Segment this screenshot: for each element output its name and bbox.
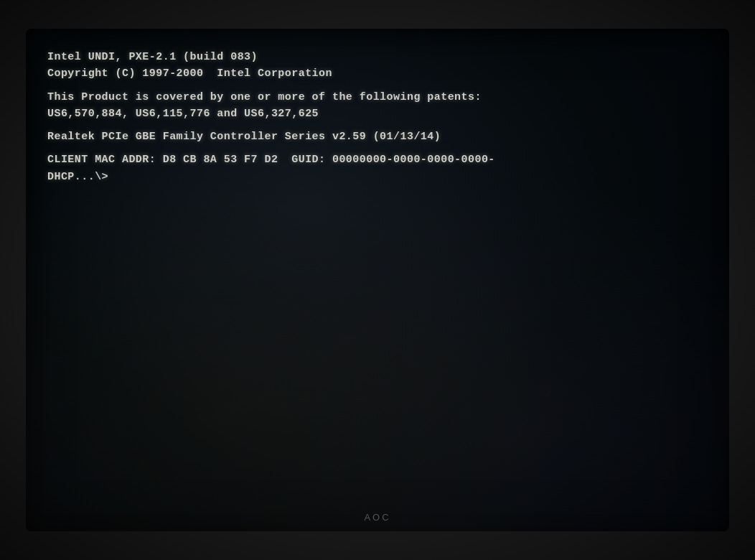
bios-line-7: DHCP...\> [47,169,708,185]
monitor-outer: Intel UNDI, PXE-2.1 (build 083) Copyrigh… [0,0,755,560]
bios-line-3: This Product is covered by one or more o… [47,89,708,106]
blank-1 [47,83,708,89]
blank-3 [47,145,708,151]
terminal-content: Intel UNDI, PXE-2.1 (build 083) Copyrigh… [26,29,729,205]
bios-line-4: US6,570,884, US6,115,776 and US6,327,625 [47,106,708,122]
bios-line-2: Copyright (C) 1997-2000 Intel Corporatio… [47,65,708,82]
bios-line-5: Realtek PCIe GBE Family Controller Serie… [47,129,708,145]
screen: Intel UNDI, PXE-2.1 (build 083) Copyrigh… [26,29,729,531]
bios-line-6: CLIENT MAC ADDR: D8 CB 8A 53 F7 D2 GUID:… [47,151,708,168]
blank-2 [47,122,708,129]
monitor-brand: AOC [364,512,390,523]
bios-line-1: Intel UNDI, PXE-2.1 (build 083) [47,49,708,65]
